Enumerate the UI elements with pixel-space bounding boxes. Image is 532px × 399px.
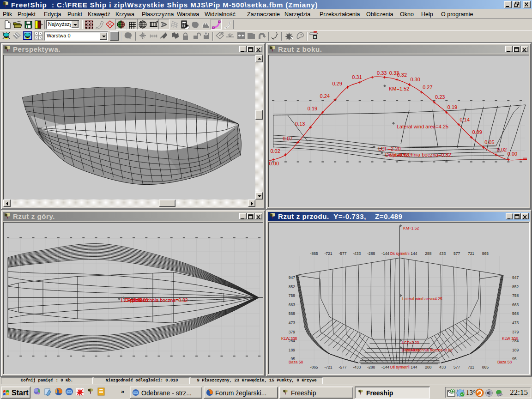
svg-text:0.00: 0.00: [269, 161, 279, 166]
svg-text:189: 189: [289, 348, 295, 352]
svg-text:663: 663: [289, 302, 295, 307]
svg-text:947: 947: [512, 275, 519, 280]
svg-text:0.09: 0.09: [472, 129, 482, 135]
svg-text:KM=1.52: KM=1.52: [389, 86, 409, 91]
svg-text:0.02: 0.02: [497, 147, 507, 152]
svg-text:-721: -721: [324, 251, 332, 256]
svg-text:-144: -144: [381, 251, 389, 256]
svg-text:433: 433: [439, 251, 446, 256]
svg-text:0.33: 0.33: [377, 70, 387, 76]
svg-text:0.07: 0.07: [283, 136, 292, 141]
svg-text:189: 189: [512, 348, 519, 352]
svg-text:-433: -433: [353, 365, 361, 369]
svg-text:0.14: 0.14: [460, 117, 470, 122]
svg-text:0.24: 0.24: [320, 93, 330, 99]
svg-text:-577: -577: [339, 251, 346, 256]
svg-text:0.19: 0.19: [308, 106, 317, 111]
svg-text:0.00: 0.00: [508, 151, 517, 157]
svg-text:0.19: 0.19: [447, 104, 457, 110]
svg-text:721: 721: [468, 251, 474, 256]
svg-text:379: 379: [512, 330, 519, 334]
svg-text:144: 144: [411, 365, 417, 369]
svg-text:LCF=2.20: LCF=2.20: [402, 340, 419, 345]
svg-text:0.29: 0.29: [332, 81, 342, 86]
svg-text:852: 852: [289, 284, 295, 289]
svg-text:KLW 308: KLW 308: [281, 336, 297, 341]
svg-text:-865: -865: [310, 365, 318, 369]
svg-text:Lateral wind area=4.25: Lateral wind area=4.25: [402, 296, 442, 301]
svg-text:473: 473: [289, 320, 295, 325]
svg-text:663: 663: [512, 302, 519, 307]
svg-text:865: 865: [482, 251, 489, 256]
svg-text:powierzchnia boczna=0.82: powierzchnia boczna=0.82: [130, 297, 188, 303]
svg-text:0.13: 0.13: [295, 121, 305, 127]
svg-text:577: 577: [453, 251, 460, 256]
svg-text:0.02: 0.02: [270, 148, 280, 154]
svg-text:0.31: 0.31: [352, 74, 362, 80]
svg-text:Powierzchnia boczna=0.82: Powierzchnia boczna=0.82: [390, 152, 451, 157]
svg-text:144: 144: [411, 251, 417, 256]
svg-text:721: 721: [468, 365, 474, 369]
svg-text:473: 473: [512, 320, 519, 325]
svg-text:865: 865: [482, 365, 489, 369]
svg-text:288: 288: [425, 251, 431, 256]
svg-text:Powierzchnia boczna=0.82: Powierzchnia boczna=0.82: [405, 348, 453, 352]
svg-text:LCF=2.20: LCF=2.20: [378, 146, 401, 151]
svg-text:577: 577: [453, 365, 460, 369]
svg-text:0.23: 0.23: [435, 94, 445, 100]
svg-text:758: 758: [289, 293, 295, 298]
svg-text:-577: -577: [339, 365, 346, 369]
svg-text:Oś symetrii: Oś symetrii: [390, 365, 410, 369]
svg-text:852: 852: [512, 284, 519, 289]
svg-text:Baza 58: Baza 58: [289, 360, 303, 364]
svg-text:KM=1.52: KM=1.52: [403, 226, 419, 230]
svg-text:288: 288: [425, 365, 431, 369]
svg-text:Baza 58: Baza 58: [497, 360, 512, 364]
svg-text:-144: -144: [381, 365, 389, 369]
svg-text:379: 379: [289, 330, 295, 334]
svg-text:0.30: 0.30: [410, 77, 420, 82]
svg-text:568: 568: [289, 311, 295, 316]
svg-text:433: 433: [439, 365, 446, 369]
svg-text:758: 758: [512, 293, 519, 298]
svg-text:0.27: 0.27: [423, 85, 432, 90]
svg-text:KLW 308: KLW 308: [502, 336, 518, 341]
svg-text:-288: -288: [367, 251, 375, 256]
svg-text:-433: -433: [353, 251, 361, 256]
svg-text:-288: -288: [367, 365, 375, 369]
svg-text:0.32: 0.32: [397, 72, 407, 78]
svg-text:-721: -721: [324, 365, 332, 369]
svg-text:947: 947: [289, 275, 295, 280]
svg-text:95: 95: [512, 357, 517, 361]
svg-text:0.05: 0.05: [484, 139, 494, 145]
svg-text:568: 568: [512, 311, 519, 316]
svg-text:Lateral wind area=4.25: Lateral wind area=4.25: [397, 124, 448, 129]
svg-text:-865: -865: [310, 251, 318, 256]
